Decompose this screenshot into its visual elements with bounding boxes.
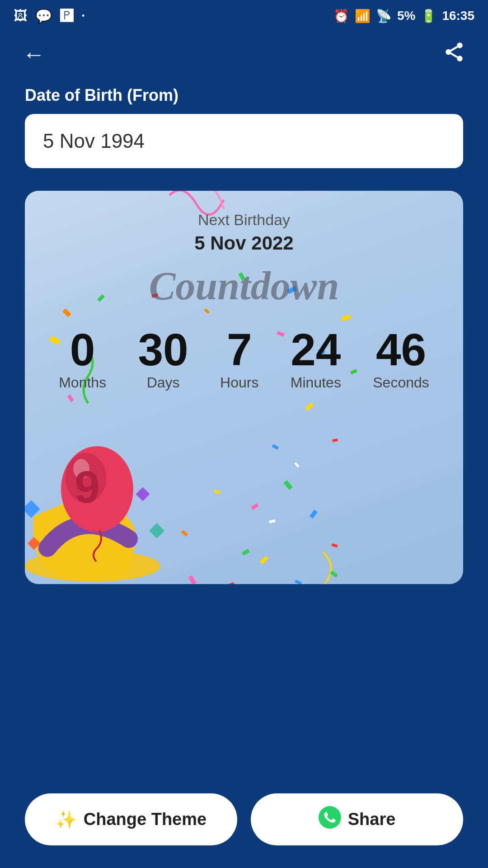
svg-rect-25 xyxy=(331,543,338,547)
next-birthday-date: 5 Nov 2022 xyxy=(43,232,445,254)
days-unit: 30 Days xyxy=(138,327,188,391)
minutes-value: 24 xyxy=(291,327,341,372)
battery-icon: 🔋 xyxy=(421,9,436,24)
svg-rect-29 xyxy=(295,580,302,584)
svg-rect-14 xyxy=(204,308,210,314)
dob-value[interactable]: 5 Nov 1994 xyxy=(25,114,463,168)
wifi-icon: 📶 xyxy=(355,9,371,24)
svg-rect-7 xyxy=(62,308,71,317)
svg-rect-6 xyxy=(341,314,351,321)
signal-icon: 📡 xyxy=(376,9,392,24)
top-nav: ← xyxy=(0,32,488,77)
minutes-unit: 24 Minutes xyxy=(291,327,341,391)
svg-rect-16 xyxy=(67,394,74,402)
main-content: Date of Birth (From) 5 Nov 1994 xyxy=(0,77,488,778)
svg-point-1 xyxy=(446,49,451,55)
seconds-value: 46 xyxy=(376,327,426,372)
svg-point-0 xyxy=(457,42,463,48)
battery-level: 5% xyxy=(397,9,415,23)
wand-icon: ✨ xyxy=(56,810,77,830)
svg-rect-18 xyxy=(272,444,279,450)
status-bar: 🖼 💬 🅿 • ⏰ 📶 📡 5% 🔋 16:35 xyxy=(0,0,488,32)
whatsapp-share-icon xyxy=(319,806,341,833)
countdown-card: Next Birthday 5 Nov 2022 Countdown 0 Mon… xyxy=(25,191,463,584)
svg-rect-33 xyxy=(294,462,300,467)
dot-icon: • xyxy=(82,11,84,21)
dob-label: Date of Birth (From) xyxy=(25,86,463,105)
hours-label: Hours xyxy=(220,374,258,391)
status-bar-left: 🖼 💬 🅿 • xyxy=(14,8,84,24)
svg-rect-30 xyxy=(228,582,235,584)
svg-rect-20 xyxy=(283,480,293,490)
svg-rect-41 xyxy=(149,523,164,538)
months-value: 0 xyxy=(70,327,95,372)
svg-rect-17 xyxy=(305,402,314,410)
status-bar-right: ⏰ 📶 📡 5% 🔋 16:35 xyxy=(333,9,474,24)
days-label: Days xyxy=(147,374,180,391)
svg-rect-28 xyxy=(260,556,268,564)
hours-unit: 7 Hours xyxy=(220,327,258,391)
svg-rect-21 xyxy=(251,503,259,510)
svg-point-43 xyxy=(319,806,341,829)
back-button[interactable]: ← xyxy=(23,41,45,67)
countdown-numbers: 0 Months 30 Days 7 Hours 24 Minutes 46 S… xyxy=(43,327,445,391)
svg-line-4 xyxy=(451,47,457,50)
days-value: 30 xyxy=(138,327,188,372)
months-label: Months xyxy=(59,374,106,391)
seconds-unit: 46 Seconds xyxy=(373,327,429,391)
svg-text:9: 9 xyxy=(75,462,100,512)
share-button[interactable] xyxy=(443,41,465,68)
svg-line-3 xyxy=(451,53,457,57)
bottom-buttons: ✨ Change Theme Share xyxy=(0,778,488,868)
alarm-icon: ⏰ xyxy=(333,9,349,24)
image-icon: 🖼 xyxy=(14,8,27,24)
svg-rect-19 xyxy=(332,439,338,442)
hours-value: 7 xyxy=(227,327,252,372)
minutes-label: Minutes xyxy=(291,374,341,391)
share-button-bottom[interactable]: Share xyxy=(251,793,463,845)
celebration-svg: 9 xyxy=(25,435,192,584)
next-birthday-label: Next Birthday xyxy=(43,211,445,229)
svg-rect-32 xyxy=(269,519,276,523)
svg-rect-40 xyxy=(136,487,150,501)
whatsapp-icon: 💬 xyxy=(35,8,52,24)
svg-rect-31 xyxy=(330,571,338,578)
svg-rect-26 xyxy=(242,549,250,556)
share-label: Share xyxy=(348,810,396,829)
clock-time: 16:35 xyxy=(442,9,474,23)
svg-rect-23 xyxy=(310,509,318,519)
parking-icon: 🅿 xyxy=(60,8,74,24)
celebration-graphic: 9 xyxy=(25,435,192,584)
svg-point-2 xyxy=(457,56,463,61)
months-unit: 0 Months xyxy=(59,327,106,391)
countdown-title: Countdown xyxy=(43,263,445,309)
seconds-label: Seconds xyxy=(373,374,429,391)
change-theme-label: Change Theme xyxy=(84,810,206,829)
svg-rect-22 xyxy=(214,489,221,494)
change-theme-button[interactable]: ✨ Change Theme xyxy=(25,793,237,845)
